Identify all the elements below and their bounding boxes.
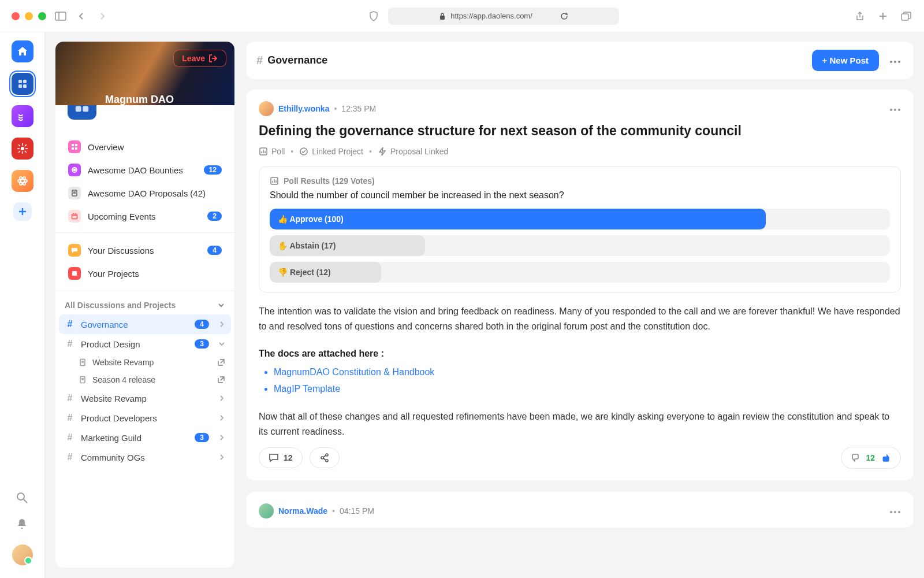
nav-bounties[interactable]: Awesome DAO Bounties 12 [64, 158, 226, 181]
poll-option-reject[interactable]: 👎 Reject (12) [270, 262, 890, 283]
url-bar[interactable]: https://app.daolens.com/ [388, 8, 619, 25]
svg-line-18 [18, 151, 20, 153]
doc-link-2[interactable]: MagIP Template [274, 384, 340, 394]
doc-icon [79, 358, 87, 366]
tabs-icon[interactable] [900, 10, 912, 23]
thumbs-down-icon[interactable] [851, 453, 861, 463]
doc-link-1[interactable]: MagnumDAO Constitution & Handbook [274, 367, 434, 377]
vote-count: 12 [866, 453, 875, 462]
channels-header[interactable]: All Discussions and Projects [59, 296, 231, 314]
nav-label: Awesome DAO Proposals (42) [88, 188, 206, 198]
subitem-website-revamp[interactable]: Website Revamp [59, 354, 231, 371]
hash-icon: # [65, 413, 75, 423]
nav-proposals[interactable]: Awesome DAO Proposals (42) [64, 181, 226, 205]
nav-forward-icon[interactable] [96, 10, 109, 23]
post-time: 12:35 PM [341, 104, 376, 113]
hash-icon: # [65, 339, 75, 349]
svg-rect-39 [72, 214, 77, 219]
meta-poll[interactable]: Poll [259, 147, 285, 156]
chevron-right-icon [218, 414, 225, 421]
plus-icon [18, 207, 27, 216]
burst-icon [17, 143, 28, 154]
author-avatar[interactable] [259, 101, 274, 116]
window-close[interactable] [12, 12, 20, 20]
proposals-icon [68, 187, 81, 199]
rail-workspace-3[interactable] [12, 138, 33, 160]
channel-title: Governance [267, 54, 327, 66]
hash-icon: # [65, 393, 75, 403]
svg-point-73 [898, 511, 900, 513]
rail-workspace-active[interactable] [12, 73, 33, 95]
leave-button[interactable]: Leave [173, 50, 226, 67]
nav-label: Upcoming Events [88, 212, 156, 221]
channel-product-developers[interactable]: # Product Developers [59, 408, 231, 428]
poll-option-abstain[interactable]: ✋ Abstain (17) [270, 235, 890, 256]
search-icon[interactable] [16, 491, 29, 505]
channel-marketing-guild[interactable]: # Marketing Guild 3 [59, 428, 231, 447]
hash-icon: # [65, 452, 75, 462]
reload-icon[interactable] [560, 12, 568, 20]
sidebar-toggle-icon[interactable] [54, 10, 67, 23]
svg-point-53 [890, 109, 892, 111]
new-tab-icon[interactable] [877, 10, 889, 23]
svg-point-67 [326, 454, 328, 456]
svg-rect-7 [23, 80, 27, 83]
thumbs-up-icon[interactable] [880, 452, 891, 464]
poll-question: Should the number of council member be i… [270, 190, 890, 201]
nav-events[interactable]: Upcoming Events 2 [64, 205, 226, 228]
svg-point-50 [890, 61, 892, 63]
channel-governance[interactable]: # Governance 4 [59, 314, 231, 334]
svg-point-72 [894, 511, 896, 513]
svg-point-54 [894, 109, 896, 111]
rail-add-workspace[interactable] [13, 202, 32, 221]
rail-workspace-4[interactable] [12, 170, 33, 192]
poll-option-approve[interactable]: 👍 Approve (100) [270, 209, 890, 229]
user-avatar[interactable] [12, 544, 33, 565]
new-post-button[interactable]: + New Post [812, 50, 879, 71]
chevron-down-icon [218, 340, 225, 347]
channel-website-revamp[interactable]: # Website Revamp [59, 388, 231, 408]
share-button[interactable] [310, 447, 340, 468]
svg-rect-5 [901, 14, 908, 20]
shield-icon[interactable] [367, 10, 380, 23]
meta-proposal[interactable]: Proposal Linked [378, 147, 448, 156]
author-name[interactable]: Ethilly.wonka [278, 104, 329, 113]
channel-header: # Governance + New Post [246, 42, 914, 79]
author-avatar[interactable] [259, 503, 274, 518]
meta-linked-project[interactable]: Linked Project [299, 147, 363, 156]
external-link-icon[interactable] [217, 358, 225, 366]
comments-button[interactable]: 12 [259, 447, 303, 468]
nav-back-icon[interactable] [75, 10, 88, 23]
channel-product-design[interactable]: # Product Design 3 [59, 334, 231, 354]
svg-rect-0 [55, 12, 66, 20]
post-more-icon[interactable] [889, 506, 901, 516]
window-minimize[interactable] [25, 12, 33, 20]
hash-icon: # [256, 54, 263, 67]
post-card-2: Norma.Wade • 04:15 PM [246, 492, 914, 528]
rail-home[interactable] [12, 40, 33, 62]
post-more-icon[interactable] [889, 104, 901, 113]
rail-workspace-2[interactable] [12, 105, 33, 127]
subitem-season4[interactable]: Season 4 release [59, 371, 231, 388]
nav-your-projects[interactable]: Your Projects [64, 262, 226, 285]
chevron-down-icon [217, 301, 225, 309]
channel-community-ogs[interactable]: # Community OGs [59, 447, 231, 467]
discussions-icon [68, 244, 81, 257]
poll-results-label: Poll Results (129 Votes) [284, 176, 375, 186]
svg-point-71 [890, 511, 892, 513]
svg-point-52 [898, 61, 900, 63]
bell-icon[interactable] [16, 518, 29, 532]
events-icon [68, 210, 81, 223]
section-title: All Discussions and Projects [65, 301, 176, 310]
sub-label: Website Revamp [92, 358, 154, 367]
author-name[interactable]: Norma.Wade [278, 506, 327, 516]
share-icon[interactable] [854, 10, 866, 23]
nav-overview[interactable]: Overview [64, 135, 226, 158]
badge: 3 [195, 433, 209, 442]
more-icon[interactable] [887, 53, 903, 68]
nav-your-discussions[interactable]: Your Discussions 4 [64, 239, 226, 262]
post-card: Ethilly.wonka • 12:35 PM Defining the go… [246, 90, 914, 480]
external-link-icon[interactable] [217, 376, 225, 384]
badge: 4 [195, 320, 209, 329]
window-zoom[interactable] [38, 12, 46, 20]
